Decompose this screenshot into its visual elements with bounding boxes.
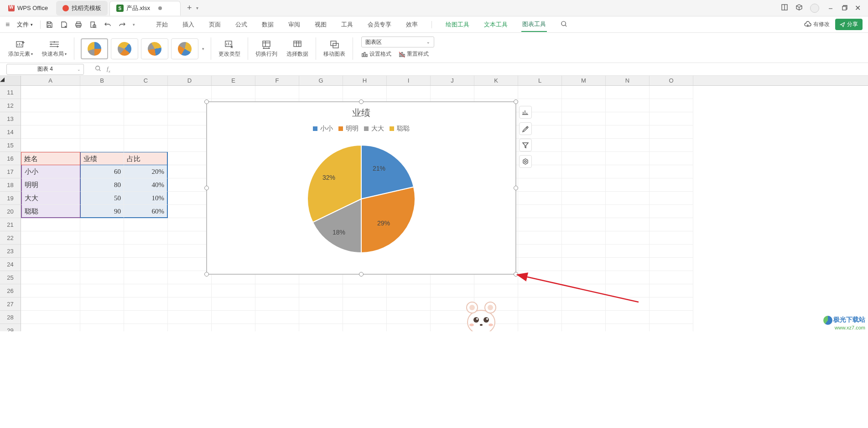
cell[interactable]	[650, 284, 693, 298]
cell[interactable]	[606, 218, 650, 231]
cell[interactable]	[80, 258, 124, 271]
cell[interactable]	[518, 284, 562, 298]
cell[interactable]	[606, 152, 650, 165]
cell[interactable]	[21, 231, 80, 245]
col-header[interactable]: N	[606, 76, 650, 85]
cell[interactable]: 20%	[124, 165, 168, 178]
cell[interactable]	[124, 112, 168, 125]
cell[interactable]: 60%	[124, 205, 168, 218]
cell[interactable]	[168, 298, 212, 311]
cell[interactable]	[80, 231, 124, 245]
row-header[interactable]: 28	[0, 311, 21, 324]
chart-style-2[interactable]	[111, 38, 138, 59]
cell[interactable]	[168, 218, 212, 231]
cell[interactable]	[80, 311, 124, 324]
cell[interactable]	[168, 86, 212, 99]
cell[interactable]: 明明	[21, 178, 80, 192]
cell[interactable]	[168, 311, 212, 324]
cell[interactable]	[650, 165, 693, 178]
cell[interactable]	[212, 324, 255, 331]
cell[interactable]	[168, 231, 212, 245]
cell[interactable]	[562, 152, 606, 165]
row-header[interactable]: 14	[0, 125, 21, 139]
redo-icon[interactable]	[118, 21, 126, 29]
cell[interactable]	[168, 205, 212, 218]
cell[interactable]	[562, 205, 606, 218]
cell[interactable]	[299, 298, 343, 311]
cell[interactable]	[168, 284, 212, 298]
ribbon-select-data[interactable]: 选择数据	[283, 35, 312, 63]
cell[interactable]	[650, 152, 693, 165]
menu-view[interactable]: 视图	[314, 18, 327, 31]
cell[interactable]	[606, 86, 650, 99]
chart-object[interactable]: 业绩 小小 明明 大大 聪聪 21% 29% 18% 32%	[206, 101, 516, 275]
cell[interactable]: 90	[80, 205, 124, 218]
cell[interactable]	[606, 192, 650, 205]
cell[interactable]: 80	[80, 178, 124, 192]
cell[interactable]	[80, 218, 124, 231]
cell[interactable]: 聪聪	[21, 205, 80, 218]
minimize-button[interactable]: －	[826, 3, 835, 14]
ribbon-move-chart[interactable]: 移动图表	[320, 35, 349, 63]
cell[interactable]	[474, 86, 518, 99]
cell[interactable]	[606, 112, 650, 125]
menu-review[interactable]: 审阅	[287, 18, 301, 31]
cell[interactable]	[124, 231, 168, 245]
cell[interactable]	[562, 284, 606, 298]
set-format-button[interactable]: 设置格式	[361, 50, 391, 58]
qat-dropdown-icon[interactable]: ▾	[133, 22, 135, 27]
cell[interactable]	[21, 139, 80, 152]
cell[interactable]	[21, 324, 80, 331]
col-header[interactable]: O	[650, 76, 693, 85]
ribbon-switch-rc[interactable]: 切换行列	[252, 35, 281, 63]
cell[interactable]	[299, 324, 343, 331]
tab-dropdown-icon[interactable]: ▾	[196, 5, 198, 10]
col-header[interactable]: J	[431, 76, 474, 85]
cell[interactable]	[606, 324, 650, 331]
menu-tools[interactable]: 工具	[340, 18, 354, 31]
cell[interactable]: 小小	[21, 165, 80, 178]
menu-member[interactable]: 会员专享	[367, 18, 392, 31]
cell[interactable]	[518, 205, 562, 218]
cell[interactable]	[80, 112, 124, 125]
cell[interactable]	[650, 192, 693, 205]
cell[interactable]	[650, 205, 693, 218]
layout-icon[interactable]	[781, 4, 788, 12]
cell[interactable]	[124, 139, 168, 152]
cell[interactable]	[168, 152, 212, 165]
cell[interactable]	[562, 231, 606, 245]
cell[interactable]	[387, 284, 431, 298]
chart-style-1[interactable]	[81, 38, 108, 59]
cell[interactable]	[650, 231, 693, 245]
cell[interactable]	[80, 245, 124, 258]
resize-handle[interactable]	[359, 272, 364, 277]
cell[interactable]	[80, 139, 124, 152]
col-header[interactable]: K	[474, 76, 518, 85]
cell[interactable]	[21, 311, 80, 324]
cell[interactable]	[562, 324, 606, 331]
resize-handle[interactable]	[514, 186, 518, 190]
menu-insert[interactable]: 插入	[182, 18, 195, 31]
cell[interactable]	[212, 298, 255, 311]
tab-wps-home[interactable]: WPS Office	[2, 1, 54, 16]
col-header[interactable]: A	[21, 76, 80, 85]
cell[interactable]	[168, 245, 212, 258]
cell[interactable]	[21, 125, 80, 139]
row-header[interactable]: 26	[0, 284, 21, 298]
cell[interactable]	[212, 86, 255, 99]
cell[interactable]	[80, 284, 124, 298]
cell[interactable]	[124, 324, 168, 331]
cell[interactable]	[606, 245, 650, 258]
cell[interactable]	[343, 86, 387, 99]
cell[interactable]	[80, 324, 124, 331]
cell[interactable]	[606, 165, 650, 178]
resize-handle[interactable]	[204, 186, 209, 190]
cell[interactable]	[562, 165, 606, 178]
cell[interactable]	[387, 324, 431, 331]
cell[interactable]	[562, 125, 606, 139]
cell[interactable]	[21, 258, 80, 271]
cell[interactable]	[518, 271, 562, 284]
cell[interactable]	[518, 178, 562, 192]
row-header[interactable]: 12	[0, 99, 21, 112]
cell[interactable]	[606, 258, 650, 271]
